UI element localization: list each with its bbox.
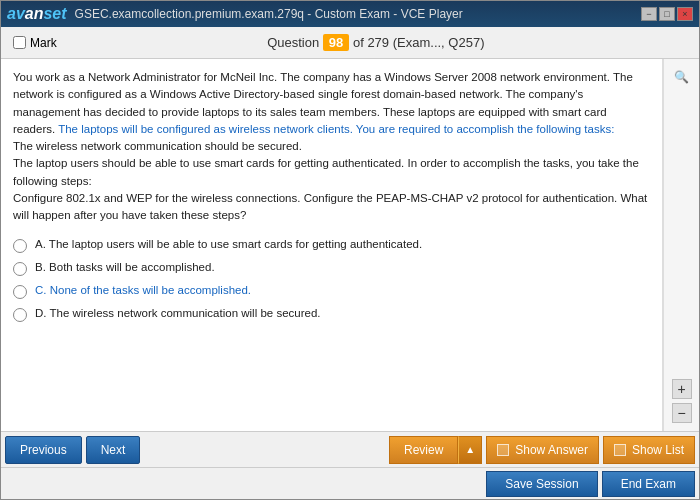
minimize-button[interactable]: − bbox=[641, 7, 657, 21]
zoom-in-button[interactable]: + bbox=[672, 379, 692, 399]
option-c-text: C. None of the tasks will be accomplishe… bbox=[35, 284, 251, 296]
option-c[interactable]: C. None of the tasks will be accomplishe… bbox=[13, 284, 650, 299]
question-number-area: Question 98 of 279 (Exam..., Q257) bbox=[65, 34, 687, 51]
radio-b[interactable] bbox=[13, 262, 27, 276]
content-area: You work as a Network Administrator for … bbox=[1, 59, 699, 431]
option-a[interactable]: A. The laptop users will be able to use … bbox=[13, 238, 650, 253]
review-button-group: Review ▲ bbox=[389, 436, 482, 464]
show-list-label: Show List bbox=[632, 443, 684, 457]
mark-label: Mark bbox=[30, 36, 57, 50]
question-number: 98 bbox=[323, 34, 349, 51]
option-d-text: D. The wireless network communication wi… bbox=[35, 307, 320, 319]
question-header: Mark Question 98 of 279 (Exam..., Q257) bbox=[1, 27, 699, 59]
mark-checkbox[interactable] bbox=[13, 36, 26, 49]
bottom-toolbar-1: Previous Next Review ▲ Show Answer Show … bbox=[1, 431, 699, 467]
option-b-text: B. Both tasks will be accomplished. bbox=[35, 261, 215, 273]
maximize-button[interactable]: □ bbox=[659, 7, 675, 21]
show-answer-checkbox-icon bbox=[497, 444, 509, 456]
radio-d[interactable] bbox=[13, 308, 27, 322]
main-window: avanset GSEC.examcollection.premium.exam… bbox=[0, 0, 700, 500]
logo: avanset bbox=[7, 5, 67, 23]
window-controls[interactable]: − □ × bbox=[641, 7, 693, 21]
window-title: GSEC.examcollection.premium.exam.279q - … bbox=[75, 7, 463, 21]
radio-a[interactable] bbox=[13, 239, 27, 253]
option-b[interactable]: B. Both tasks will be accomplished. bbox=[13, 261, 650, 276]
radio-c[interactable] bbox=[13, 285, 27, 299]
option-a-text: A. The laptop users will be able to use … bbox=[35, 238, 422, 250]
title-bar: avanset GSEC.examcollection.premium.exam… bbox=[1, 1, 699, 27]
bottom-toolbar-2: Save Session End Exam bbox=[1, 467, 699, 499]
review-button[interactable]: Review bbox=[389, 436, 458, 464]
show-list-button[interactable]: Show List bbox=[603, 436, 695, 464]
show-list-checkbox-icon bbox=[614, 444, 626, 456]
review-dropdown-arrow[interactable]: ▲ bbox=[458, 436, 482, 464]
answer-options: A. The laptop users will be able to use … bbox=[13, 238, 650, 322]
question-text: You work as a Network Administrator for … bbox=[13, 69, 650, 224]
right-sidebar: 🔍 + − bbox=[663, 59, 699, 431]
exam-info: (Exam..., Q257) bbox=[393, 35, 485, 50]
end-exam-button[interactable]: End Exam bbox=[602, 471, 695, 497]
question-content: You work as a Network Administrator for … bbox=[1, 59, 663, 431]
next-button[interactable]: Next bbox=[86, 436, 141, 464]
question-total: of 279 bbox=[353, 35, 389, 50]
search-icon[interactable]: 🔍 bbox=[672, 67, 692, 87]
previous-button[interactable]: Previous bbox=[5, 436, 82, 464]
close-button[interactable]: × bbox=[677, 7, 693, 21]
show-answer-button[interactable]: Show Answer bbox=[486, 436, 599, 464]
show-answer-label: Show Answer bbox=[515, 443, 588, 457]
mark-checkbox-container[interactable]: Mark bbox=[13, 36, 57, 50]
save-session-button[interactable]: Save Session bbox=[486, 471, 597, 497]
option-d[interactable]: D. The wireless network communication wi… bbox=[13, 307, 650, 322]
zoom-out-button[interactable]: − bbox=[672, 403, 692, 423]
title-bar-left: avanset GSEC.examcollection.premium.exam… bbox=[7, 5, 463, 23]
